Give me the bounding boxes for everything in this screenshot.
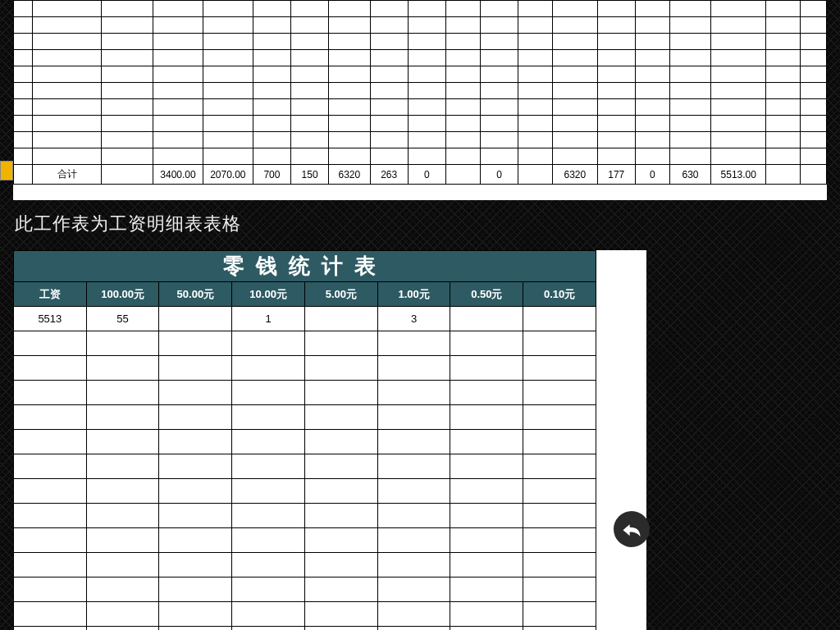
cell[interactable]	[33, 116, 102, 132]
cell[interactable]	[86, 381, 159, 405]
cell[interactable]	[159, 578, 232, 602]
cell[interactable]	[480, 50, 518, 66]
cell[interactable]	[480, 99, 518, 116]
cell[interactable]	[14, 17, 33, 34]
cell[interactable]	[518, 50, 553, 66]
cell[interactable]	[253, 17, 290, 34]
cell[interactable]	[523, 553, 596, 578]
cell[interactable]	[232, 356, 305, 381]
cell[interactable]	[523, 331, 596, 356]
cell[interactable]	[159, 479, 232, 504]
cell[interactable]	[304, 405, 377, 430]
cell[interactable]	[33, 66, 102, 83]
cell[interactable]	[290, 99, 328, 116]
cell[interactable]	[153, 50, 203, 66]
cell[interactable]	[711, 83, 766, 99]
cell[interactable]	[377, 405, 450, 430]
cell[interactable]	[253, 50, 290, 66]
cell[interactable]	[290, 132, 328, 148]
cell[interactable]	[159, 405, 232, 430]
cell[interactable]	[801, 1, 827, 17]
cell[interactable]	[86, 479, 159, 504]
cell[interactable]	[480, 116, 518, 132]
cell[interactable]	[711, 1, 766, 17]
cell[interactable]	[304, 430, 377, 454]
cell[interactable]	[669, 50, 710, 66]
cell[interactable]	[14, 132, 33, 148]
cell[interactable]	[203, 66, 253, 83]
cell[interactable]	[86, 578, 159, 602]
cell[interactable]	[518, 34, 553, 50]
cell[interactable]	[635, 66, 669, 83]
cell[interactable]	[370, 148, 408, 165]
cell[interactable]	[86, 405, 159, 430]
cell[interactable]	[801, 83, 827, 99]
cell[interactable]	[450, 479, 523, 504]
cell[interactable]	[14, 553, 87, 578]
cell[interactable]	[408, 34, 445, 50]
cell[interactable]	[408, 1, 445, 17]
cell[interactable]	[329, 148, 370, 165]
cell[interactable]	[523, 504, 596, 528]
cell[interactable]	[711, 17, 766, 34]
cell[interactable]	[801, 116, 827, 132]
cell[interactable]	[33, 34, 102, 50]
cell[interactable]	[553, 34, 598, 50]
cell[interactable]	[232, 331, 305, 356]
cell[interactable]	[711, 34, 766, 50]
cell[interactable]	[766, 34, 801, 50]
cell[interactable]	[232, 479, 305, 504]
cell[interactable]	[153, 148, 203, 165]
cell[interactable]	[597, 83, 635, 99]
cell[interactable]	[14, 66, 33, 83]
cell[interactable]	[153, 1, 203, 17]
cell[interactable]	[450, 356, 523, 381]
cell[interactable]	[203, 116, 253, 132]
cell[interactable]	[159, 454, 232, 479]
cell[interactable]	[669, 116, 710, 132]
cell[interactable]	[553, 116, 598, 132]
cell[interactable]	[86, 627, 159, 631]
cell[interactable]	[102, 66, 153, 83]
cell[interactable]	[377, 454, 450, 479]
cell[interactable]	[669, 17, 710, 34]
cell[interactable]	[290, 116, 328, 132]
cell[interactable]	[14, 148, 33, 165]
cell[interactable]	[766, 116, 801, 132]
cell[interactable]	[329, 34, 370, 50]
cell[interactable]	[14, 356, 87, 381]
cell[interactable]	[669, 66, 710, 83]
cell[interactable]	[445, 99, 480, 116]
cell[interactable]	[203, 132, 253, 148]
cell[interactable]	[159, 504, 232, 528]
cell[interactable]	[86, 454, 159, 479]
cell[interactable]	[450, 405, 523, 430]
cell[interactable]	[232, 405, 305, 430]
cell[interactable]	[33, 1, 102, 17]
cell[interactable]	[370, 132, 408, 148]
cell[interactable]	[153, 116, 203, 132]
cell[interactable]	[159, 553, 232, 578]
cell[interactable]	[377, 331, 450, 356]
cell[interactable]	[523, 627, 596, 631]
cell[interactable]	[801, 66, 827, 83]
cell[interactable]	[766, 66, 801, 83]
cell[interactable]	[14, 331, 87, 356]
cell[interactable]	[86, 528, 159, 553]
cell[interactable]	[14, 50, 33, 66]
cell[interactable]	[480, 34, 518, 50]
cell[interactable]	[766, 17, 801, 34]
cell[interactable]	[377, 381, 450, 405]
cell[interactable]	[450, 602, 523, 627]
cell[interactable]	[232, 553, 305, 578]
cell[interactable]	[232, 627, 305, 631]
cell[interactable]	[203, 1, 253, 17]
cell[interactable]	[329, 99, 370, 116]
cell[interactable]	[290, 83, 328, 99]
cell[interactable]	[159, 381, 232, 405]
cell[interactable]: 5513	[14, 307, 87, 331]
cell[interactable]	[711, 148, 766, 165]
cell[interactable]	[480, 1, 518, 17]
cell[interactable]	[14, 99, 33, 116]
cell[interactable]	[14, 405, 87, 430]
